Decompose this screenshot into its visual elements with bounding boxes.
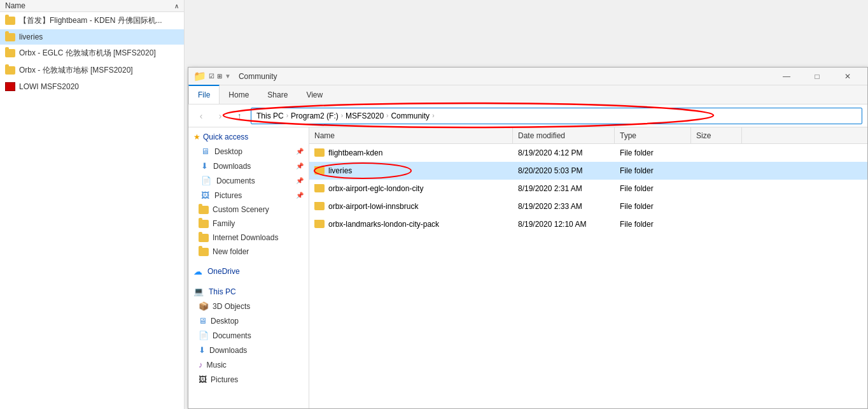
title-grid-icon: ⊞ xyxy=(217,73,222,80)
col-name-header[interactable]: Name xyxy=(309,127,513,143)
folder-icon xyxy=(199,248,209,256)
title-dropdown-icon: ▼ xyxy=(225,73,231,80)
folder-icon xyxy=(5,17,15,25)
path-program2[interactable]: Program2 (F:) xyxy=(291,111,339,120)
nav-label: Documents xyxy=(213,331,251,340)
file-date: 8/19/2020 2:33 AM xyxy=(518,202,582,211)
list-item[interactable]: Orbx - EGLC 伦敦城市机场 [MSFS2020] xyxy=(0,45,184,62)
nav-desktop-thispc[interactable]: 🖥 Desktop xyxy=(188,313,309,328)
minimize-button[interactable]: — xyxy=(772,68,801,85)
folder-icon xyxy=(314,220,325,228)
file-type: File folder xyxy=(620,184,654,193)
path-this-pc[interactable]: This PC xyxy=(256,111,284,120)
this-pc-label: This PC xyxy=(209,287,236,296)
nav-family[interactable]: Family xyxy=(188,217,309,231)
desktop-icon: 🖥 xyxy=(201,147,209,156)
list-item[interactable]: 【首发】Flightbeam - KDEN 丹佛国际机... xyxy=(0,12,184,29)
nav-pictures-thispc[interactable]: 🖼 Pictures xyxy=(188,372,309,387)
nav-3dobjects[interactable]: 📦 3D Objects xyxy=(188,299,309,313)
nav-documents-thispc[interactable]: 📄 Documents xyxy=(188,328,309,343)
file-date: 8/19/2020 4:12 PM xyxy=(518,148,582,157)
nav-label: Pictures xyxy=(214,191,242,200)
left-panel-header: Name ∧ xyxy=(0,0,184,12)
nav-downloads-thispc[interactable]: ⬇ Downloads xyxy=(188,343,309,357)
address-path[interactable]: This PC › Program2 (F:) › MSFS2020 › Com… xyxy=(251,108,862,124)
file-date: 8/19/2020 2:31 AM xyxy=(518,184,582,193)
table-row[interactable]: liveries 8/20/2020 5:03 PM File folder xyxy=(309,162,867,180)
file-name: LOWI MSFS2020 xyxy=(19,82,79,91)
file-name: Orbx - 伦敦城市地标 [MSFS2020] xyxy=(19,65,133,76)
nav-new-folder[interactable]: New folder xyxy=(188,245,309,259)
close-button[interactable]: ✕ xyxy=(833,68,862,85)
maximize-button[interactable]: □ xyxy=(802,68,832,85)
nav-label: Music xyxy=(207,361,227,370)
folder-icon xyxy=(314,148,325,157)
onedrive-header[interactable]: ☁ OneDrive xyxy=(188,264,309,279)
path-community[interactable]: Community xyxy=(391,111,430,120)
left-name-col: Name xyxy=(5,1,25,10)
window-title: Community xyxy=(239,72,277,81)
file-name: flightbeam-kden xyxy=(328,148,382,157)
onedrive-label: OneDrive xyxy=(207,267,240,276)
path-separator-2: › xyxy=(341,112,343,119)
table-row[interactable]: orbx-airport-lowi-innsbruck 8/19/2020 2:… xyxy=(309,197,867,215)
desktop-icon: 🖥 xyxy=(199,316,207,326)
nav-label: Pictures xyxy=(211,375,238,384)
folder-icon xyxy=(199,234,209,242)
pin-icon: 📌 xyxy=(296,148,304,155)
documents-icon: 📄 xyxy=(201,176,211,185)
nav-custom-scenery[interactable]: Custom Scenery xyxy=(188,203,309,217)
nav-label: Downloads xyxy=(213,162,251,171)
list-item[interactable]: LOWI MSFS2020 xyxy=(0,79,184,94)
this-pc-header[interactable]: 💻 This PC xyxy=(188,284,309,299)
title-bar-left: 📁 ☑ ⊞ ▼ Community xyxy=(193,70,277,82)
file-type: File folder xyxy=(620,166,654,175)
pin-icon: 📌 xyxy=(296,192,304,199)
table-row[interactable]: flightbeam-kden 8/19/2020 4:12 PM File f… xyxy=(309,144,867,162)
nav-pane: ★ Quick access 🖥 Desktop 📌 ⬇ Downloads 📌 xyxy=(188,127,309,408)
tab-file[interactable]: File xyxy=(188,85,220,104)
title-checkbox-icon: ☑ xyxy=(209,73,214,80)
ribbon-tabs: File Home Share View xyxy=(188,85,867,104)
path-separator-1: › xyxy=(286,112,288,119)
nav-desktop[interactable]: 🖥 Desktop 📌 xyxy=(188,144,309,159)
quick-access-header[interactable]: ★ Quick access xyxy=(188,130,309,144)
up-button[interactable]: ↑ xyxy=(232,108,247,124)
folder-icon xyxy=(199,206,209,214)
file-name: 【首发】Flightbeam - KDEN 丹佛国际机... xyxy=(19,15,162,26)
nav-label: Family xyxy=(213,219,235,228)
pictures-icon: 🖼 xyxy=(199,375,207,384)
list-item[interactable]: Orbx - 伦敦城市地标 [MSFS2020] xyxy=(0,62,184,79)
back-button[interactable]: ‹ xyxy=(193,108,209,124)
tab-view[interactable]: View xyxy=(297,85,332,104)
table-row[interactable]: orbx-landmarks-london-city-pack 8/19/202… xyxy=(309,215,867,233)
tab-home[interactable]: Home xyxy=(220,85,258,104)
title-folder-icon: 📁 xyxy=(193,70,206,82)
table-row[interactable]: orbx-airport-eglc-london-city 8/19/2020 … xyxy=(309,180,867,197)
col-size-header[interactable]: Size xyxy=(691,127,742,143)
file-pane: Name Date modified Type Size xyxy=(309,127,867,408)
list-item[interactable]: liveries xyxy=(0,29,184,45)
path-msfs2020[interactable]: MSFS2020 xyxy=(346,111,384,120)
nav-downloads[interactable]: ⬇ Downloads 📌 xyxy=(188,159,309,173)
folder-icon xyxy=(314,166,325,175)
pin-icon: 📌 xyxy=(296,162,304,169)
nav-documents[interactable]: 📄 Documents 📌 xyxy=(188,173,309,188)
nav-label: Desktop xyxy=(211,317,239,326)
onedrive-icon: ☁ xyxy=(193,266,202,276)
tab-share[interactable]: Share xyxy=(258,85,297,104)
forward-button[interactable]: › xyxy=(213,108,228,124)
file-name: orbx-landmarks-london-city-pack xyxy=(328,220,439,229)
pane-layout: ★ Quick access 🖥 Desktop 📌 ⬇ Downloads 📌 xyxy=(188,127,867,408)
nav-internet-downloads[interactable]: Internet Downloads xyxy=(188,231,309,245)
this-pc-icon: 💻 xyxy=(193,287,204,296)
nav-pictures[interactable]: 🖼 Pictures 📌 xyxy=(188,188,309,203)
file-type: File folder xyxy=(620,220,654,229)
file-name: liveries xyxy=(328,166,352,175)
folder-icon xyxy=(5,66,15,75)
left-panel: Name ∧ 【首发】Flightbeam - KDEN 丹佛国际机... li… xyxy=(0,0,185,409)
col-date-header[interactable]: Date modified xyxy=(513,127,615,143)
file-date: 8/19/2020 12:10 AM xyxy=(518,220,586,229)
nav-music[interactable]: ♪ Music xyxy=(188,357,309,372)
col-type-header[interactable]: Type xyxy=(615,127,691,143)
